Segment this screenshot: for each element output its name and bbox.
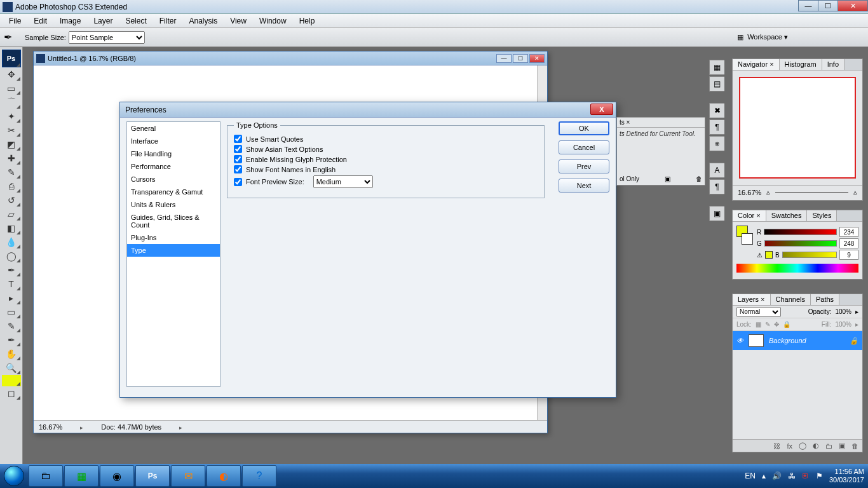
tab-paths[interactable]: Paths xyxy=(811,294,839,305)
tab-swatches[interactable]: Swatches xyxy=(766,210,808,221)
tool-hand[interactable]: ✋ xyxy=(2,347,21,361)
tool-lasso[interactable]: ⌒ xyxy=(2,95,21,109)
menu-select[interactable]: Select xyxy=(119,17,153,25)
pref-cat-performance[interactable]: Performance xyxy=(127,160,220,173)
tray-lang[interactable]: EN xyxy=(745,471,756,480)
pref-cat-cursors[interactable]: Cursors xyxy=(127,173,220,186)
r-input[interactable] xyxy=(839,227,858,237)
dock-tab-4[interactable]: ¶ xyxy=(709,119,724,135)
lock-all-icon[interactable]: 🔒 xyxy=(783,321,790,328)
taskbar-help[interactable]: ? xyxy=(242,465,276,487)
foreground-color[interactable] xyxy=(2,375,21,386)
tool-eraser[interactable]: ▱ xyxy=(2,207,21,221)
tool-notes[interactable]: ✎ xyxy=(2,319,21,333)
tool-marquee[interactable]: ▭ xyxy=(2,81,21,95)
preferences-close-button[interactable]: X xyxy=(590,104,613,115)
menu-window[interactable]: Window xyxy=(253,17,293,25)
tool-dodge[interactable]: ◯ xyxy=(2,249,21,263)
tool-history-brush[interactable]: ↺ xyxy=(2,193,21,207)
menu-filter[interactable]: Filter xyxy=(153,17,183,25)
pref-cat-units[interactable]: Units & Rulers xyxy=(127,198,220,211)
menu-file[interactable]: File xyxy=(3,17,27,25)
tool-stamp[interactable]: ⎙ xyxy=(2,179,21,193)
tool-shape[interactable]: ▭ xyxy=(2,305,21,319)
pref-cat-transparency[interactable]: Transparency & Gamut xyxy=(127,186,220,198)
fill-value[interactable]: 100% xyxy=(835,321,851,328)
new-preset-icon[interactable]: ▣ xyxy=(665,175,670,182)
close-button[interactable]: ✕ xyxy=(837,0,868,11)
check-asian-text[interactable] xyxy=(234,145,242,153)
pref-cat-plugins[interactable]: Plug-Ins xyxy=(127,231,220,244)
tab-histogram[interactable]: Histogram xyxy=(780,59,822,70)
navigator-zoom-slider[interactable] xyxy=(775,192,848,193)
tab-styles[interactable]: Styles xyxy=(807,210,837,221)
taskbar-explorer[interactable]: 🗀 xyxy=(29,465,63,487)
tool-ps-logo[interactable]: Ps xyxy=(2,50,21,67)
menu-image[interactable]: Image xyxy=(53,17,87,25)
new-layer-icon[interactable]: ▣ xyxy=(839,442,845,450)
ok-button[interactable]: OK xyxy=(559,121,609,135)
navigator-thumbnail[interactable] xyxy=(739,77,856,179)
preferences-titlebar[interactable]: Preferences xyxy=(120,102,616,118)
tool-move[interactable]: ✥ xyxy=(2,67,21,81)
dock-tab-6[interactable]: A xyxy=(709,163,724,178)
menu-analysis[interactable]: Analysis xyxy=(182,17,224,25)
g-input[interactable] xyxy=(839,238,858,248)
taskbar-firefox[interactable]: ◐ xyxy=(207,465,241,487)
check-glyph-protection[interactable] xyxy=(234,155,242,163)
dock-tab-3[interactable]: ✖ xyxy=(709,103,724,118)
statusbar-arrow2-icon[interactable] xyxy=(179,423,182,431)
navigator-zoom-value[interactable]: 16.67% xyxy=(738,189,761,196)
link-layers-icon[interactable]: ⛓ xyxy=(773,442,780,450)
workspace-icon[interactable]: ▦ xyxy=(737,33,743,41)
check-font-preview[interactable] xyxy=(234,178,242,186)
taskbar-chrome[interactable]: ◉ xyxy=(100,465,134,487)
sample-size-select[interactable]: Point Sample xyxy=(69,31,145,44)
prev-button[interactable]: Prev xyxy=(559,159,609,173)
doc-maximize-button[interactable]: ☐ xyxy=(513,54,528,63)
tray-shield-icon[interactable]: ⛨ xyxy=(802,471,810,480)
hue-ramp[interactable] xyxy=(736,264,858,273)
tool-heal[interactable]: ✚ xyxy=(2,151,21,165)
tab-navigator[interactable]: Navigator × xyxy=(733,59,780,70)
workspace-menu[interactable]: Workspace ▾ xyxy=(747,33,788,41)
adjustment-layer-icon[interactable]: ◐ xyxy=(813,442,819,450)
next-button[interactable]: Next xyxy=(559,179,609,193)
tool-gradient[interactable]: ◧ xyxy=(2,221,21,235)
tray-volume-icon[interactable]: 🔊 xyxy=(772,471,782,480)
b-input[interactable] xyxy=(839,250,858,260)
tray-up-icon[interactable]: ▴ xyxy=(762,471,766,480)
dock-tab-8[interactable]: ▣ xyxy=(709,206,724,221)
tray-clock[interactable]: 11:56 AM 30/03/2017 xyxy=(829,468,864,484)
zoom-out-icon[interactable]: ▵ xyxy=(766,188,770,196)
quickmask-toggle[interactable]: ◻ xyxy=(2,386,21,400)
menu-layer[interactable]: Layer xyxy=(87,17,119,25)
zoom-in-icon[interactable]: ▵ xyxy=(853,188,857,196)
lock-pixels-icon[interactable]: ✎ xyxy=(765,321,770,328)
eyedropper-icon[interactable]: ✒ xyxy=(4,31,12,43)
layer-fx-icon[interactable]: fx xyxy=(787,442,792,450)
menu-help[interactable]: Help xyxy=(293,17,322,25)
blend-mode-select[interactable]: Normal xyxy=(736,307,781,317)
tab-layers[interactable]: Layers × xyxy=(733,294,771,305)
tool-type[interactable]: T xyxy=(2,277,21,291)
font-preview-size-select[interactable]: Medium xyxy=(313,175,373,188)
tool-pen[interactable]: ✒ xyxy=(2,263,21,277)
tool-crop[interactable]: ✂ xyxy=(2,123,21,137)
check-font-english[interactable] xyxy=(234,165,242,173)
lock-position-icon[interactable]: ✥ xyxy=(774,321,779,328)
tool-wand[interactable]: ✦ xyxy=(2,109,21,123)
statusbar-arrow-icon[interactable] xyxy=(80,423,83,431)
visibility-eye-icon[interactable]: 👁 xyxy=(736,337,743,344)
pref-cat-file-handling[interactable]: File Handling xyxy=(127,147,220,160)
dock-tab-7[interactable]: ¶ xyxy=(709,179,724,194)
trash-icon[interactable]: 🗑 xyxy=(696,175,702,182)
tab-info[interactable]: Info xyxy=(822,59,844,70)
tool-path-select[interactable]: ▸ xyxy=(2,291,21,305)
document-titlebar[interactable]: Untitled-1 @ 16.7% (RGB/8) — ☐ ✕ xyxy=(34,51,547,65)
b-slider[interactable] xyxy=(782,252,837,258)
tool-presets-only[interactable]: ol Only xyxy=(620,175,639,182)
tray-network-icon[interactable]: 🖧 xyxy=(788,471,796,480)
check-smart-quotes[interactable] xyxy=(234,135,242,143)
dock-tab-5[interactable]: ⎈ xyxy=(709,136,724,151)
